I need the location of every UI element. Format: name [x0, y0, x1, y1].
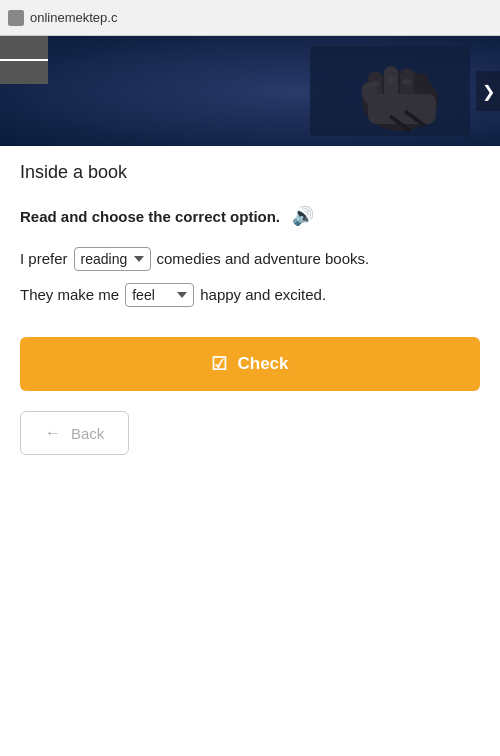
dropdown-feel[interactable]: feel to feel felt	[125, 283, 194, 307]
menu-bar-2	[16, 59, 32, 61]
svg-rect-13	[310, 46, 470, 136]
instruction-text: Read and choose the correct option.	[20, 208, 280, 225]
back-label: Back	[71, 425, 104, 442]
check-button[interactable]: ☑ Check	[20, 337, 480, 391]
back-button[interactable]: ← Back	[20, 411, 129, 455]
hero-image: ❯	[0, 36, 500, 146]
check-icon: ☑	[211, 353, 227, 375]
sentences-area: I prefer reading to read reads comedies …	[20, 247, 480, 307]
page-title: Inside a book	[20, 162, 480, 183]
fist-illustration	[310, 46, 470, 136]
back-arrow-icon: ←	[45, 424, 61, 442]
audio-button[interactable]: 🔊	[288, 203, 318, 229]
menu-bar-3	[32, 59, 48, 61]
instruction-row: Read and choose the correct option. 🔊	[20, 203, 480, 229]
sentence2-prefix: They make me	[20, 283, 119, 307]
check-label: Check	[237, 354, 288, 374]
sentence-2: They make me feel to feel felt happy and…	[20, 283, 480, 307]
tab-icon	[8, 10, 24, 26]
menu-button[interactable]	[0, 36, 48, 84]
browser-bar: onlinemektep.c	[0, 0, 500, 36]
sentence-1: I prefer reading to read reads comedies …	[20, 247, 480, 271]
sentence2-suffix: happy and excited.	[200, 283, 326, 307]
sentence1-suffix: comedies and adventure books.	[157, 247, 370, 271]
tab-url: onlinemektep.c	[30, 10, 492, 25]
hero-next-arrow[interactable]: ❯	[476, 71, 500, 111]
sentence1-prefix: I prefer	[20, 247, 68, 271]
dropdown-reading[interactable]: reading to read reads	[74, 247, 151, 271]
menu-bar-1	[0, 59, 16, 61]
main-content: Inside a book Read and choose the correc…	[0, 146, 500, 471]
